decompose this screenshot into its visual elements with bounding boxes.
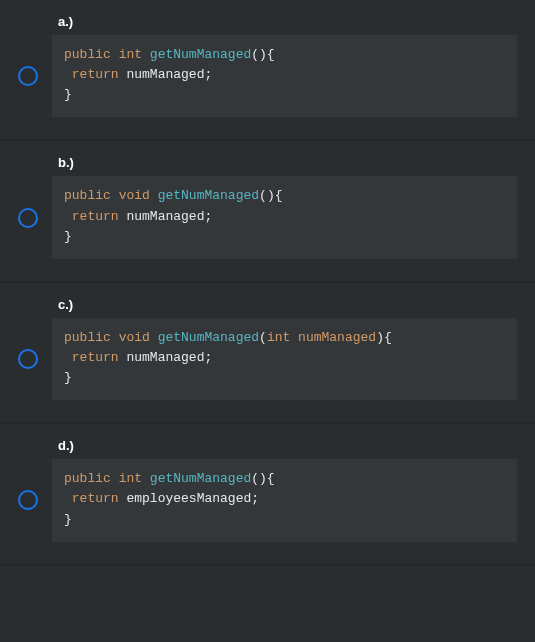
option-label: b.): [58, 155, 517, 170]
radio-c[interactable]: [18, 349, 38, 369]
option-b: b.) public void getNumManaged(){ return …: [0, 141, 535, 282]
radio-a[interactable]: [18, 66, 38, 86]
radio-d[interactable]: [18, 490, 38, 510]
option-label: d.): [58, 438, 517, 453]
radio-b[interactable]: [18, 208, 38, 228]
option-label: a.): [58, 14, 517, 29]
code-block: public void getNumManaged(){ return numM…: [52, 176, 517, 258]
option-c: c.) public void getNumManaged(int numMan…: [0, 283, 535, 424]
code-block: public int getNumManaged(){ return emplo…: [52, 459, 517, 541]
option-label: c.): [58, 297, 517, 312]
option-d: d.) public int getNumManaged(){ return e…: [0, 424, 535, 565]
code-block: public void getNumManaged(int numManaged…: [52, 318, 517, 400]
option-a: a.) public int getNumManaged(){ return n…: [0, 0, 535, 141]
code-block: public int getNumManaged(){ return numMa…: [52, 35, 517, 117]
